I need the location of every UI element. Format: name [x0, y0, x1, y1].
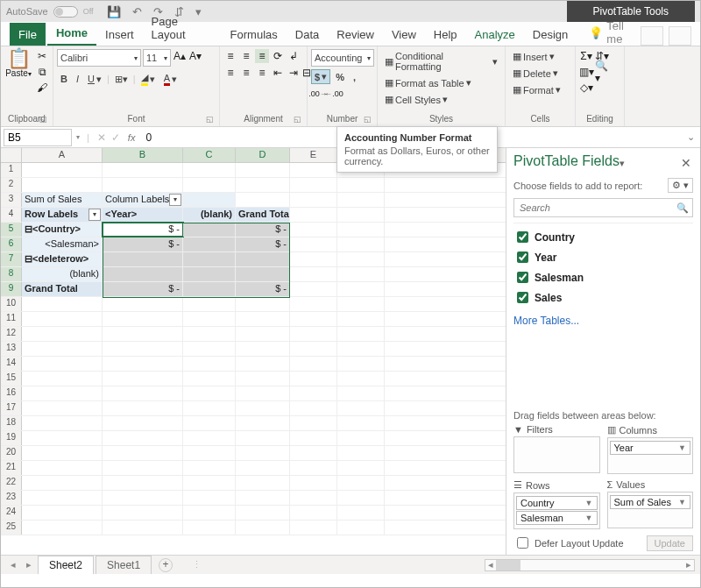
italic-button[interactable]: I — [73, 72, 82, 86]
font-size-select[interactable]: 11▾ — [143, 49, 171, 67]
number-format-select[interactable]: Accounting▾ — [311, 49, 374, 67]
gear-icon[interactable]: ⚙ ▾ — [668, 178, 693, 193]
cell[interactable]: Sum of Sales — [22, 193, 103, 207]
row-header[interactable]: 12 — [1, 327, 22, 341]
cell[interactable]: <Year> — [103, 208, 183, 222]
sheet-nav-prev[interactable]: ◂ — [6, 559, 20, 570]
tab-help[interactable]: Help — [425, 23, 466, 46]
align-top-icon[interactable]: ≡ — [223, 49, 237, 63]
row-header[interactable]: 19 — [1, 431, 22, 445]
number-dialog-icon[interactable]: ◱ — [364, 115, 372, 124]
values-dropzone[interactable]: Sum of Sales▼ — [607, 492, 694, 528]
name-box[interactable] — [4, 129, 72, 146]
horizontal-scrollbar[interactable]: ◂▸ — [485, 559, 695, 571]
row-header[interactable]: 7 — [1, 252, 22, 266]
comma-format-button[interactable]: , — [350, 69, 359, 84]
pane-options-dropdown-icon[interactable]: ▾ — [620, 158, 625, 169]
defer-layout-checkbox[interactable] — [517, 537, 528, 549]
align-middle-icon[interactable]: ≡ — [239, 49, 253, 63]
tab-analyze[interactable]: Analyze — [466, 23, 524, 46]
row-header[interactable]: 9 — [1, 282, 22, 296]
clipboard-dialog-icon[interactable]: ◱ — [39, 115, 47, 124]
tab-page-layout[interactable]: Page Layout — [143, 10, 222, 46]
fill-color-button[interactable]: ◢▾ — [138, 70, 159, 88]
cell[interactable]: <Salesman> — [22, 237, 103, 251]
col-header-A[interactable]: A — [22, 148, 103, 162]
row-header[interactable]: 16 — [1, 386, 22, 400]
col-header-D[interactable]: D — [236, 148, 290, 162]
col-header-B[interactable]: B — [103, 148, 183, 162]
underline-button[interactable]: U▾ — [84, 72, 105, 87]
cell[interactable]: $ - — [103, 282, 183, 296]
row-header[interactable]: 17 — [1, 401, 22, 415]
decrease-font-icon[interactable]: A▾ — [188, 49, 202, 63]
increase-font-icon[interactable]: A▴ — [173, 49, 187, 63]
paste-button[interactable]: 📋Paste▾ — [4, 49, 32, 78]
conditional-formatting-button[interactable]: ▦Conditional Formatting▾ — [381, 49, 501, 74]
tab-data[interactable]: Data — [287, 23, 328, 46]
cell[interactable]: ⊟<Country> — [22, 223, 103, 237]
filters-dropzone[interactable] — [513, 436, 600, 473]
row-header[interactable]: 24 — [1, 506, 22, 520]
chevron-down-icon[interactable]: ▼ — [585, 514, 593, 522]
font-dialog-icon[interactable]: ◱ — [206, 115, 214, 124]
alignment-dialog-icon[interactable]: ◱ — [294, 115, 301, 124]
insert-cells-button[interactable]: ▦Insert▾ — [509, 49, 558, 64]
search-input[interactable] — [518, 202, 676, 214]
font-color-button[interactable]: A▾ — [160, 71, 181, 88]
formula-value[interactable]: 0 — [140, 131, 157, 144]
col-header-E[interactable]: E — [290, 148, 337, 162]
align-center-icon[interactable]: ≡ — [239, 66, 253, 80]
field-salesman[interactable]: Salesman — [513, 267, 693, 287]
field-search[interactable]: 🔍 — [513, 198, 693, 217]
row-header[interactable]: 15 — [1, 372, 22, 386]
row-header[interactable]: 13 — [1, 342, 22, 356]
chevron-down-icon[interactable]: ▼ — [678, 498, 686, 507]
decrease-decimal-icon[interactable]: ←.00 — [327, 87, 341, 101]
pill-year[interactable]: Year▼ — [610, 441, 691, 455]
row-header[interactable]: 2 — [1, 178, 22, 192]
row-header[interactable]: 5 — [1, 223, 22, 237]
bold-button[interactable]: B — [57, 72, 71, 86]
cell[interactable]: $ - — [236, 237, 290, 251]
sheet-tab-active[interactable]: Sheet2 — [38, 556, 94, 574]
col-header-C[interactable]: C — [183, 148, 236, 162]
cell-styles-button[interactable]: ▦Cell Styles▾ — [381, 92, 451, 107]
active-cell[interactable]: $ - — [103, 223, 183, 237]
cancel-formula-icon[interactable]: ✕ — [95, 131, 109, 145]
row-header[interactable]: 20 — [1, 446, 22, 460]
comments-button[interactable] — [669, 26, 691, 46]
field-country[interactable]: Country — [513, 227, 693, 247]
align-left-icon[interactable]: ≡ — [223, 66, 237, 80]
autosum-icon[interactable]: Σ▾ — [579, 49, 593, 63]
share-button[interactable] — [641, 26, 663, 46]
row-header[interactable]: 25 — [1, 521, 22, 535]
sheet-tab[interactable]: Sheet1 — [96, 556, 152, 574]
worksheet[interactable]: A B C D E F 1 2 3Sum of SalesColumn Labe… — [1, 148, 506, 555]
row-header[interactable]: 23 — [1, 491, 22, 505]
more-tables-link[interactable]: More Tables... — [513, 315, 693, 327]
clear-icon[interactable]: ◇▾ — [579, 81, 593, 95]
save-icon[interactable]: 💾 — [107, 5, 121, 18]
tab-design[interactable]: Design — [524, 23, 577, 46]
columns-dropzone[interactable]: Year▼ — [607, 437, 694, 474]
chevron-down-icon[interactable]: ▼ — [678, 443, 686, 452]
row-labels-dropdown[interactable]: ▾ — [89, 209, 101, 221]
row-header[interactable]: 1 — [1, 163, 22, 177]
format-as-table-button[interactable]: ▦Format as Table▾ — [381, 75, 475, 90]
cell[interactable]: $ - — [236, 282, 290, 296]
cell[interactable]: (blank) — [22, 267, 103, 281]
close-icon[interactable]: ✕ — [679, 156, 693, 170]
undo-icon[interactable]: ↶ — [132, 5, 142, 18]
accounting-format-button[interactable]: $▾ — [311, 69, 330, 84]
wrap-text-icon[interactable]: ↲ — [287, 49, 301, 63]
add-sheet-button[interactable]: + — [159, 558, 173, 572]
font-name-select[interactable]: Calibri▾ — [57, 49, 141, 67]
orientation-icon[interactable]: ⟳ — [271, 49, 285, 63]
format-cells-button[interactable]: ▦Format▾ — [509, 82, 564, 97]
tab-insert[interactable]: Insert — [96, 23, 143, 46]
find-select-icon[interactable]: 🔍▾ — [595, 65, 609, 79]
rows-dropzone[interactable]: Country▼ Salesman▼ — [513, 492, 600, 529]
formula-bar-expand-icon[interactable]: ⌄ — [682, 131, 700, 143]
cut-icon[interactable]: ✂ — [35, 49, 49, 63]
